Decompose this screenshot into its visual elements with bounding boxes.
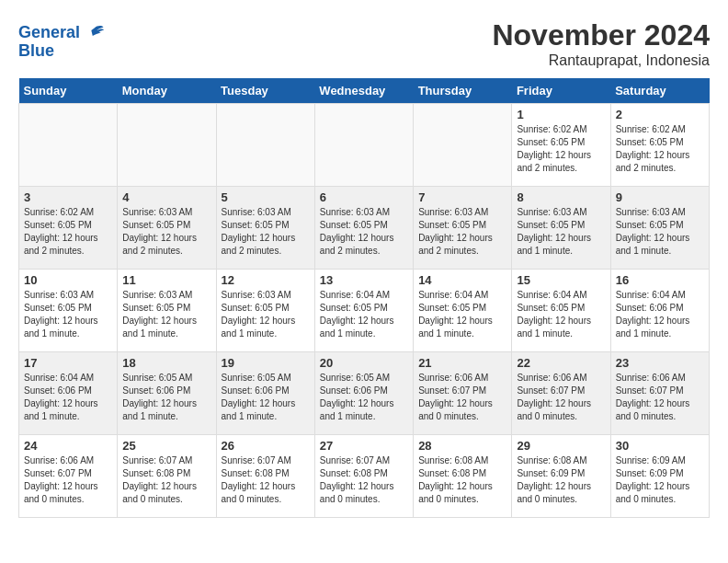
col-saturday: Saturday — [610, 78, 709, 104]
daylight-text: Daylight: 12 hours and 1 minute. — [616, 315, 704, 340]
logo: General Blue — [18, 23, 105, 61]
day-info: Sunrise: 6:03 AM Sunset: 6:05 PM Dayligh… — [24, 289, 112, 340]
table-row: 30 Sunrise: 6:09 AM Sunset: 6:09 PM Dayl… — [610, 435, 709, 518]
table-row: 16 Sunrise: 6:04 AM Sunset: 6:06 PM Dayl… — [610, 270, 709, 352]
logo-blue-text: Blue — [18, 41, 105, 61]
sunrise-text: Sunrise: 6:04 AM — [616, 289, 704, 302]
table-row: 23 Sunrise: 6:06 AM Sunset: 6:07 PM Dayl… — [610, 352, 709, 435]
table-row: 20 Sunrise: 6:05 AM Sunset: 6:06 PM Dayl… — [314, 352, 413, 435]
day-info: Sunrise: 6:07 AM Sunset: 6:08 PM Dayligh… — [320, 454, 408, 506]
daylight-text: Daylight: 12 hours and 1 minute. — [616, 232, 704, 258]
day-number: 19 — [222, 356, 310, 370]
day-number: 5 — [222, 190, 310, 204]
sunrise-text: Sunrise: 6:07 AM — [122, 454, 210, 467]
table-row: 15 Sunrise: 6:04 AM Sunset: 6:05 PM Dayl… — [512, 270, 610, 352]
sunrise-text: Sunrise: 6:07 AM — [222, 454, 310, 467]
daylight-text: Daylight: 12 hours and 0 minutes. — [418, 480, 506, 506]
table-row: 4 Sunrise: 6:03 AM Sunset: 6:05 PM Dayli… — [118, 187, 216, 270]
sunrise-text: Sunrise: 6:03 AM — [616, 206, 704, 219]
sunrise-text: Sunrise: 6:05 AM — [122, 372, 210, 385]
daylight-text: Daylight: 12 hours and 0 minutes. — [418, 397, 506, 423]
daylight-text: Daylight: 12 hours and 2 minutes. — [222, 232, 310, 258]
day-number: 14 — [418, 273, 506, 287]
sunrise-text: Sunrise: 6:06 AM — [24, 454, 112, 467]
day-number: 21 — [418, 356, 506, 370]
sunrise-text: Sunrise: 6:03 AM — [517, 206, 605, 219]
day-info: Sunrise: 6:03 AM Sunset: 6:05 PM Dayligh… — [616, 206, 704, 258]
sunset-text: Sunset: 6:05 PM — [222, 219, 310, 232]
day-info: Sunrise: 6:09 AM Sunset: 6:09 PM Dayligh… — [616, 454, 704, 506]
day-info: Sunrise: 6:08 AM Sunset: 6:09 PM Dayligh… — [517, 454, 605, 506]
day-number: 29 — [517, 439, 605, 453]
day-info: Sunrise: 6:04 AM Sunset: 6:06 PM Dayligh… — [24, 372, 112, 423]
day-info: Sunrise: 6:03 AM Sunset: 6:05 PM Dayligh… — [222, 206, 310, 258]
sunrise-text: Sunrise: 6:09 AM — [616, 454, 704, 467]
day-info: Sunrise: 6:03 AM Sunset: 6:05 PM Dayligh… — [222, 289, 310, 340]
calendar-week-row: 3 Sunrise: 6:02 AM Sunset: 6:05 PM Dayli… — [19, 187, 710, 270]
calendar-week-row: 24 Sunrise: 6:06 AM Sunset: 6:07 PM Dayl… — [19, 435, 710, 518]
table-row: 1 Sunrise: 6:02 AM Sunset: 6:05 PM Dayli… — [512, 104, 610, 187]
sunset-text: Sunset: 6:07 PM — [24, 467, 112, 480]
daylight-text: Daylight: 12 hours and 1 minute. — [122, 315, 210, 340]
day-number: 4 — [122, 190, 210, 204]
daylight-text: Daylight: 12 hours and 0 minutes. — [517, 480, 605, 506]
day-info: Sunrise: 6:03 AM Sunset: 6:05 PM Dayligh… — [418, 206, 506, 258]
table-row: 19 Sunrise: 6:05 AM Sunset: 6:06 PM Dayl… — [216, 352, 314, 435]
sunset-text: Sunset: 6:05 PM — [616, 219, 704, 232]
sunset-text: Sunset: 6:05 PM — [222, 302, 310, 315]
sunset-text: Sunset: 6:05 PM — [517, 302, 605, 315]
day-number: 13 — [320, 273, 408, 287]
sunset-text: Sunset: 6:05 PM — [122, 302, 210, 315]
day-info: Sunrise: 6:07 AM Sunset: 6:08 PM Dayligh… — [222, 454, 310, 506]
sunset-text: Sunset: 6:05 PM — [517, 136, 605, 149]
daylight-text: Daylight: 12 hours and 0 minutes. — [122, 480, 210, 506]
table-row — [216, 104, 314, 187]
daylight-text: Daylight: 12 hours and 1 minute. — [222, 315, 310, 340]
sunset-text: Sunset: 6:09 PM — [616, 467, 704, 480]
table-row — [19, 104, 118, 187]
day-number: 24 — [24, 439, 112, 453]
page-title: November 2024 — [492, 18, 710, 52]
table-row: 29 Sunrise: 6:08 AM Sunset: 6:09 PM Dayl… — [512, 435, 610, 518]
daylight-text: Daylight: 12 hours and 2 minutes. — [418, 232, 506, 258]
day-info: Sunrise: 6:03 AM Sunset: 6:05 PM Dayligh… — [122, 289, 210, 340]
table-row: 28 Sunrise: 6:08 AM Sunset: 6:08 PM Dayl… — [414, 435, 512, 518]
sunset-text: Sunset: 6:06 PM — [616, 302, 704, 315]
sunrise-text: Sunrise: 6:07 AM — [320, 454, 408, 467]
table-row: 18 Sunrise: 6:05 AM Sunset: 6:06 PM Dayl… — [118, 352, 216, 435]
table-row: 7 Sunrise: 6:03 AM Sunset: 6:05 PM Dayli… — [414, 187, 512, 270]
sunset-text: Sunset: 6:05 PM — [24, 302, 112, 315]
sunrise-text: Sunrise: 6:04 AM — [320, 289, 408, 302]
sunset-text: Sunset: 6:07 PM — [616, 385, 704, 397]
daylight-text: Daylight: 12 hours and 1 minute. — [517, 315, 605, 340]
day-number: 17 — [24, 356, 112, 370]
table-row: 27 Sunrise: 6:07 AM Sunset: 6:08 PM Dayl… — [314, 435, 413, 518]
day-number: 1 — [517, 108, 605, 121]
sunset-text: Sunset: 6:08 PM — [320, 467, 408, 480]
day-number: 30 — [616, 439, 704, 453]
sunset-text: Sunset: 6:05 PM — [122, 219, 210, 232]
sunrise-text: Sunrise: 6:02 AM — [616, 123, 704, 136]
day-number: 27 — [320, 439, 408, 453]
day-number: 15 — [517, 273, 605, 287]
daylight-text: Daylight: 12 hours and 2 minutes. — [320, 232, 408, 258]
title-block: November 2024 Rantauprapat, Indonesia — [492, 18, 710, 69]
calendar-week-row: 10 Sunrise: 6:03 AM Sunset: 6:05 PM Dayl… — [19, 270, 710, 352]
page-header: General Blue November 2024 Rantauprapat,… — [18, 18, 710, 69]
day-number: 6 — [320, 190, 408, 204]
daylight-text: Daylight: 12 hours and 0 minutes. — [320, 480, 408, 506]
sunset-text: Sunset: 6:05 PM — [320, 302, 408, 315]
calendar-week-row: 17 Sunrise: 6:04 AM Sunset: 6:06 PM Dayl… — [19, 352, 710, 435]
daylight-text: Daylight: 12 hours and 0 minutes. — [222, 480, 310, 506]
table-row — [414, 104, 512, 187]
sunset-text: Sunset: 6:05 PM — [24, 219, 112, 232]
day-number: 25 — [122, 439, 210, 453]
page-subtitle: Rantauprapat, Indonesia — [492, 52, 710, 69]
col-monday: Monday — [118, 78, 216, 104]
table-row — [118, 104, 216, 187]
sunrise-text: Sunrise: 6:04 AM — [517, 289, 605, 302]
day-number: 11 — [122, 273, 210, 287]
daylight-text: Daylight: 12 hours and 0 minutes. — [517, 397, 605, 423]
sunrise-text: Sunrise: 6:06 AM — [616, 372, 704, 385]
day-info: Sunrise: 6:02 AM Sunset: 6:05 PM Dayligh… — [517, 123, 605, 175]
